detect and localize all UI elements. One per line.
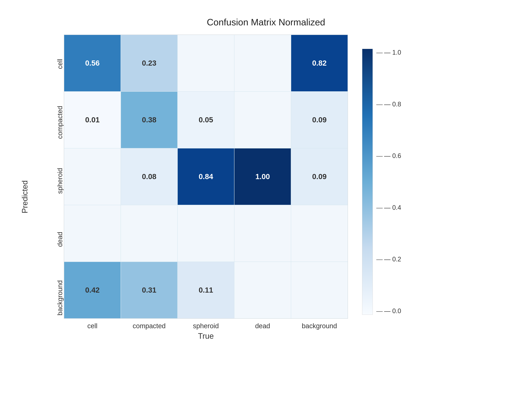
- matrix-grid: 0.560.230.820.010.380.050.090.080.841.00…: [64, 35, 348, 319]
- cell-value: 0.08: [142, 172, 156, 181]
- matrix-cell: 0.56: [64, 35, 121, 91]
- colorbar-gradient: [362, 49, 373, 315]
- matrix-cell: [177, 205, 234, 262]
- matrix-cell: [234, 262, 291, 318]
- chart-container: Confusion Matrix Normalized Predicted ce…: [18, 13, 514, 386]
- cell-value: 0.56: [85, 59, 100, 67]
- cell-value: 0.05: [199, 116, 213, 124]
- matrix-cell: [291, 262, 348, 318]
- colorbar-ticks: — 1.0— 0.8— 0.6— 0.4— 0.2— 0.0: [376, 49, 401, 315]
- y-tick-label: dead: [56, 210, 64, 269]
- x-tick-label: dead: [234, 322, 291, 330]
- matrix-cell: [234, 35, 291, 91]
- matrix-cell: 0.11: [177, 262, 234, 318]
- matrix-cell: [177, 35, 234, 91]
- cell-value: 0.01: [85, 116, 100, 124]
- y-tick-labels: cellcompactedspheroiddeadbackground: [32, 35, 64, 327]
- x-tick-label: background: [291, 322, 348, 330]
- matrix-cell: 1.00: [234, 148, 291, 205]
- cell-value: 0.42: [85, 286, 100, 294]
- matrix-cell: 0.82: [291, 35, 348, 91]
- x-tick-label: cell: [64, 322, 121, 330]
- cell-value: 0.11: [199, 286, 213, 294]
- matrix-cell: [64, 148, 121, 205]
- matrix-cell: 0.08: [121, 148, 177, 205]
- matrix-cell: 0.05: [177, 91, 234, 148]
- matrix-cell: [121, 205, 177, 262]
- matrix-cell: [291, 205, 348, 262]
- chart-body: Predicted cellcompactedspheroiddeadbackg…: [18, 35, 514, 386]
- y-tick-label: background: [56, 269, 64, 327]
- cell-value: 0.23: [142, 59, 156, 67]
- colorbar-tick: — 0.0: [376, 307, 401, 315]
- cell-value: 0.09: [312, 116, 327, 124]
- y-axis-title: Predicted: [20, 180, 29, 213]
- colorbar-tick: — 0.8: [376, 101, 401, 108]
- cell-value: 0.82: [312, 59, 327, 67]
- matrix-cell: 0.01: [64, 91, 121, 148]
- x-tick-labels: cellcompactedspheroiddeadbackground: [64, 322, 348, 330]
- y-axis-label-area: Predicted: [18, 49, 32, 350]
- colorbar-tick: — 0.6: [376, 152, 401, 160]
- matrix-cell: 0.23: [121, 35, 177, 91]
- x-tick-label: compacted: [121, 322, 177, 330]
- cell-value: 0.31: [142, 286, 156, 294]
- matrix-cell: 0.38: [121, 91, 177, 148]
- cell-value: 0.09: [312, 172, 327, 181]
- colorbar-area: — 1.0— 0.8— 0.6— 0.4— 0.2— 0.0: [362, 49, 401, 341]
- x-axis-title: True: [198, 332, 214, 341]
- y-tick-label: spheroid: [56, 152, 64, 210]
- colorbar-tick: — 0.2: [376, 255, 401, 263]
- matrix-cell: 0.31: [121, 262, 177, 318]
- x-axis-area: cellcompactedspheroiddeadbackground True: [64, 322, 348, 341]
- cell-value: 0.38: [142, 116, 156, 124]
- colorbar-tick: — 1.0: [376, 49, 401, 56]
- chart-title: Confusion Matrix Normalized: [18, 13, 514, 27]
- colorbar-tick: — 0.4: [376, 204, 401, 211]
- matrix-cell: [234, 205, 291, 262]
- x-tick-label: spheroid: [177, 322, 234, 330]
- matrix-cell: [234, 91, 291, 148]
- matrix-cell: 0.42: [64, 262, 121, 318]
- matrix-cell: [64, 205, 121, 262]
- cell-value: 1.00: [255, 172, 270, 181]
- matrix-cell: 0.09: [291, 91, 348, 148]
- y-tick-label: compacted: [56, 93, 64, 152]
- matrix-cell: 0.84: [177, 148, 234, 205]
- cell-value: 0.84: [199, 172, 213, 181]
- matrix-cell: 0.09: [291, 148, 348, 205]
- matrix-and-x: 0.560.230.820.010.380.050.090.080.841.00…: [64, 35, 348, 341]
- y-tick-label: cell: [56, 35, 64, 93]
